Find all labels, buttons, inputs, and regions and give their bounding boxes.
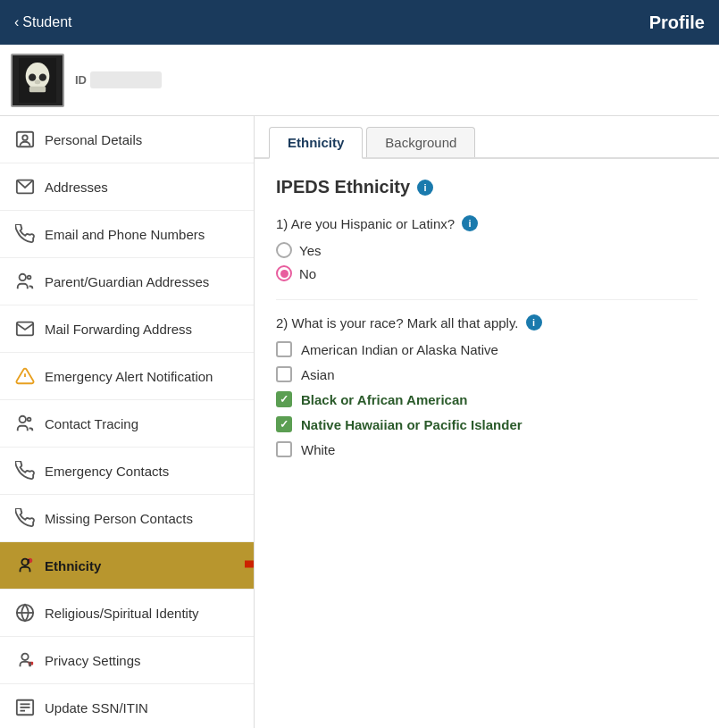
svg-text:!: ! (28, 560, 29, 564)
sidebar-label-email-phone: Email and Phone Numbers (45, 227, 205, 242)
sidebar-item-parent-guardian[interactable]: Parent/Guardian Addresses (0, 258, 254, 305)
page-title: Profile (649, 13, 705, 33)
question-2: 2) What is your race? Mark all that appl… (276, 314, 698, 457)
section-title-text: IPEDS Ethnicity (276, 177, 410, 197)
radio-yes-label: Yes (299, 243, 321, 258)
active-arrow-indicator (245, 547, 255, 585)
app-header: ‹ Student Profile (0, 0, 719, 45)
sidebar-item-emergency-alert[interactable]: Emergency Alert Notification (0, 353, 254, 400)
back-button[interactable]: ‹ Student (14, 14, 71, 30)
checkbox-asian-box[interactable] (276, 366, 292, 382)
svg-rect-22 (245, 561, 255, 568)
email-phone-icon (14, 223, 36, 245)
svg-point-8 (35, 79, 41, 84)
tab-background[interactable]: Background (366, 127, 475, 157)
divider (276, 299, 698, 300)
sidebar-label-ssn: Update SSN/ITIN (45, 700, 148, 715)
checkbox-black-box[interactable] (276, 391, 292, 407)
sidebar-label-contact-tracing: Contact Tracing (45, 416, 138, 431)
radio-no-label: No (299, 266, 316, 281)
svg-rect-7 (29, 86, 46, 92)
radio-no-circle[interactable] (276, 265, 292, 281)
checkbox-native-hawaiian-box[interactable] (276, 416, 292, 432)
sidebar-item-missing-person[interactable]: Missing Person Contacts (0, 495, 254, 542)
q2-info-icon[interactable]: i (526, 314, 542, 331)
ipeds-info-icon[interactable]: i (417, 180, 433, 196)
checkbox-asian[interactable]: Asian (276, 366, 698, 382)
tab-ethnicity[interactable]: Ethnicity (269, 127, 363, 159)
sidebar-label-missing-person: Missing Person Contacts (45, 511, 193, 526)
svg-point-25 (21, 654, 28, 660)
sidebar-label-ethnicity: Ethnicity (45, 558, 101, 573)
sidebar-label-religious: Religious/Spiritual Identity (45, 606, 199, 621)
sidebar-item-privacy[interactable]: ! Privacy Settings (0, 637, 254, 684)
id-label: ID (75, 73, 87, 87)
back-label: Student (22, 14, 71, 30)
main-layout: Personal Details Addresses Email and Pho… (0, 116, 719, 728)
sidebar-item-email-phone[interactable]: Email and Phone Numbers (0, 211, 254, 258)
avatar (11, 54, 64, 107)
sidebar: Personal Details Addresses Email and Pho… (0, 116, 255, 728)
svg-point-3 (39, 73, 46, 80)
q1-info-icon[interactable]: i (462, 215, 478, 231)
missing-person-icon (14, 507, 36, 529)
radio-yes[interactable]: Yes (276, 242, 698, 258)
sidebar-label-emergency-contacts: Emergency Contacts (45, 464, 169, 479)
question-1: 1) Are you Hispanic or Latinx? i Yes No (276, 215, 698, 281)
sidebar-item-ssn[interactable]: Update SSN/ITIN (0, 684, 254, 728)
checkbox-american-indian-label: American Indian or Alaska Native (301, 342, 498, 357)
svg-point-13 (28, 276, 31, 280)
svg-point-19 (29, 559, 32, 563)
checkbox-white-box[interactable] (276, 441, 292, 457)
section-title: IPEDS Ethnicity i (276, 177, 698, 197)
svg-point-10 (22, 135, 28, 140)
sidebar-label-parent-guardian: Parent/Guardian Addresses (45, 274, 209, 289)
emergency-contacts-icon (14, 460, 36, 481)
student-bar: ID (0, 45, 719, 116)
radio-no[interactable]: No (276, 265, 698, 281)
sidebar-label-mail-forwarding: Mail Forwarding Address (45, 322, 192, 337)
question-1-text: 1) Are you Hispanic or Latinx? i (276, 215, 698, 231)
checkbox-white[interactable]: White (276, 441, 698, 457)
checkbox-white-label: White (301, 442, 335, 457)
checkbox-black[interactable]: Black or African American (276, 391, 698, 407)
ethnicity-icon: ! (14, 555, 36, 576)
checkbox-native-hawaiian-label: Native Hawaiian or Pacific Islander (301, 417, 523, 432)
addresses-icon (14, 176, 36, 197)
svg-point-2 (29, 73, 36, 80)
back-chevron-icon: ‹ (14, 14, 19, 30)
question-2-text: 2) What is your race? Mark all that appl… (276, 314, 698, 331)
svg-point-16 (20, 416, 26, 423)
contact-tracing-icon (14, 413, 36, 434)
emergency-alert-icon (14, 365, 36, 387)
checkbox-american-indian[interactable]: American Indian or Alaska Native (276, 341, 698, 357)
checkbox-american-indian-box[interactable] (276, 341, 292, 357)
checkbox-black-label: Black or African American (301, 392, 467, 407)
sidebar-item-personal-details[interactable]: Personal Details (0, 116, 254, 163)
sidebar-item-emergency-contacts[interactable]: Emergency Contacts (0, 448, 254, 495)
mail-forwarding-icon (14, 318, 36, 339)
sidebar-label-emergency-alert: Emergency Alert Notification (45, 369, 213, 384)
sidebar-label-privacy: Privacy Settings (45, 653, 141, 668)
id-value (90, 71, 162, 88)
personal-details-icon (14, 129, 36, 150)
religious-icon (14, 602, 36, 623)
parent-guardian-icon (14, 271, 36, 292)
content-body: IPEDS Ethnicity i 1) Are you Hispanic or… (255, 159, 719, 493)
sidebar-item-contact-tracing[interactable]: Contact Tracing (0, 400, 254, 448)
tabs-bar: Ethnicity Background (255, 116, 719, 159)
checkbox-native-hawaiian[interactable]: Native Hawaiian or Pacific Islander (276, 416, 698, 432)
sidebar-item-ethnicity[interactable]: ! Ethnicity (0, 542, 254, 590)
content-area: Ethnicity Background IPEDS Ethnicity i 1… (255, 116, 719, 728)
svg-text:!: ! (29, 663, 30, 666)
privacy-icon: ! (14, 649, 36, 671)
student-info: ID (75, 71, 162, 88)
sidebar-item-mail-forwarding[interactable]: Mail Forwarding Address (0, 305, 254, 353)
radio-yes-circle[interactable] (276, 242, 292, 258)
sidebar-item-religious[interactable]: Religious/Spiritual Identity (0, 590, 254, 637)
ssn-icon (14, 697, 36, 718)
sidebar-label-addresses: Addresses (45, 180, 108, 195)
svg-point-17 (28, 418, 31, 422)
sidebar-item-addresses[interactable]: Addresses (0, 163, 254, 211)
sidebar-label-personal-details: Personal Details (45, 132, 142, 147)
